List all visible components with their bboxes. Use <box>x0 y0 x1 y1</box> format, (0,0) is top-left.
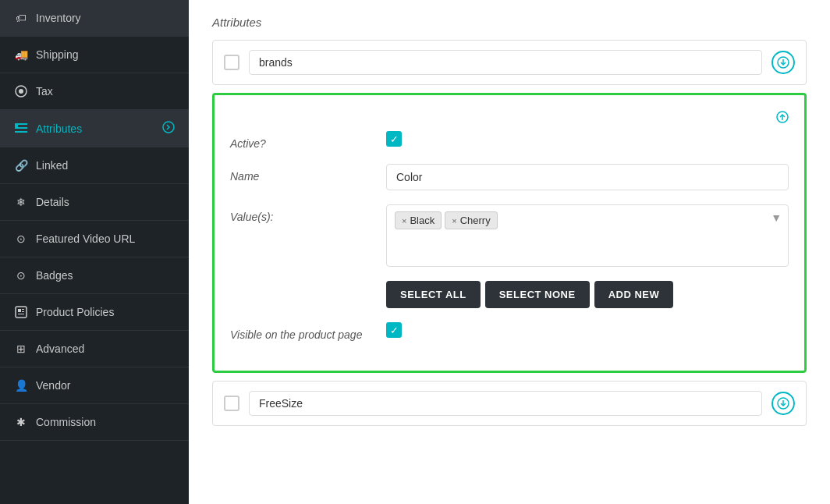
expanded-header <box>230 111 789 126</box>
svg-rect-2 <box>15 123 27 125</box>
sidebar-item-details[interactable]: ❄ Details <box>0 184 189 221</box>
sidebar-item-label: Advanced <box>36 343 175 355</box>
sidebar-item-tax[interactable]: Tax <box>0 73 189 110</box>
shipping-icon: 🚚 <box>14 48 28 62</box>
inventory-icon: 🏷 <box>14 11 28 25</box>
values-value: × Black × Cherry ▼ <box>386 204 789 267</box>
sidebar-item-attributes[interactable]: Attributes <box>0 110 189 147</box>
attributes-arrow-icon <box>162 121 175 136</box>
svg-rect-9 <box>22 309 24 310</box>
visible-value: ✓ <box>386 322 789 338</box>
sidebar-item-badges[interactable]: ⊙ Badges <box>0 257 189 294</box>
active-label: Active? <box>230 131 371 150</box>
sidebar-item-label: Inventory <box>36 12 175 24</box>
tag-cherry-remove[interactable]: × <box>452 216 456 225</box>
linked-icon: 🔗 <box>14 158 28 172</box>
active-checkbox[interactable]: ✓ <box>386 131 402 147</box>
sidebar-item-label: Details <box>36 196 175 208</box>
svg-rect-4 <box>15 131 27 133</box>
sidebar-item-product-policies[interactable]: Product Policies <box>0 294 189 331</box>
svg-point-1 <box>19 89 23 94</box>
svg-rect-10 <box>22 311 24 312</box>
sidebar-item-label: Tax <box>36 85 175 98</box>
brands-checkbox[interactable] <box>224 55 239 70</box>
commission-icon: ✱ <box>14 415 28 429</box>
sidebar-item-commission[interactable]: ✱ Commission <box>0 404 189 441</box>
color-upload-btn[interactable] <box>776 111 789 126</box>
freesize-checkbox[interactable] <box>224 396 239 411</box>
vendor-icon: 👤 <box>14 378 28 392</box>
sidebar-item-label: Attributes <box>36 122 154 135</box>
details-icon: ❄ <box>14 195 28 209</box>
main-content: Attributes Active? ✓ Name <box>189 0 830 504</box>
sidebar-item-shipping[interactable]: 🚚 Shipping <box>0 37 189 73</box>
sidebar-item-label: Product Policies <box>36 306 175 318</box>
sidebar-item-featured-video-url[interactable]: ⊙ Featured Video URL <box>0 221 189 257</box>
tag-black-label: Black <box>410 215 435 226</box>
select-none-button[interactable]: SELECT NONE <box>485 281 590 308</box>
visible-field: Visible on the product page ✓ <box>230 322 789 341</box>
values-tags-container: × Black × Cherry <box>395 211 780 229</box>
tax-icon <box>14 84 28 98</box>
freesize-download-btn[interactable] <box>771 392 795 415</box>
sidebar-item-linked[interactable]: 🔗 Linked <box>0 147 189 184</box>
badges-icon: ⊙ <box>14 268 28 282</box>
sidebar-item-label: Commission <box>36 416 175 428</box>
sidebar-item-inventory[interactable]: 🏷 Inventory <box>0 0 189 37</box>
values-field: Value(s): × Black × Cherry ▼ <box>230 204 789 267</box>
sidebar-item-label: Featured Video URL <box>36 232 175 245</box>
freesize-name-input[interactable] <box>249 391 762 416</box>
freesize-attribute-row <box>212 381 807 426</box>
name-field: Name <box>230 164 789 190</box>
visible-checkbox[interactable]: ✓ <box>386 322 402 338</box>
sidebar: 🏷 Inventory 🚚 Shipping Tax Attributes 🔗 … <box>0 0 189 504</box>
svg-rect-8 <box>18 309 21 312</box>
tag-cherry-label: Cherry <box>460 215 491 226</box>
featured-video-icon: ⊙ <box>14 232 28 246</box>
sidebar-item-advanced[interactable]: ⊞ Advanced <box>0 331 189 367</box>
values-label: Value(s): <box>230 204 371 223</box>
sidebar-item-label: Vendor <box>36 379 175 392</box>
advanced-icon: ⊞ <box>14 342 28 356</box>
values-multiselect[interactable]: × Black × Cherry ▼ <box>386 204 789 267</box>
action-buttons: SELECT ALL SELECT NONE ADD NEW <box>386 281 789 308</box>
sidebar-item-vendor[interactable]: 👤 Vendor <box>0 367 189 404</box>
active-field: Active? ✓ <box>230 131 789 150</box>
sidebar-item-label: Shipping <box>36 48 175 61</box>
section-title: Attributes <box>212 16 807 29</box>
sidebar-item-label: Badges <box>36 269 175 282</box>
brands-name-input[interactable] <box>249 50 762 75</box>
svg-rect-5 <box>15 125 18 127</box>
add-new-button[interactable]: ADD NEW <box>594 281 674 308</box>
brands-attribute-row <box>212 40 807 85</box>
attributes-icon <box>14 122 28 136</box>
color-attribute-expanded: Active? ✓ Name Value(s): × Black <box>212 93 807 373</box>
svg-rect-3 <box>15 127 27 129</box>
tag-black-remove[interactable]: × <box>402 216 406 225</box>
product-policies-icon <box>14 305 28 319</box>
brands-download-btn[interactable] <box>771 51 795 74</box>
tag-cherry: × Cherry <box>445 211 497 229</box>
name-value <box>386 164 789 190</box>
active-value: ✓ <box>386 131 789 147</box>
sidebar-item-label: Linked <box>36 159 175 172</box>
name-label: Name <box>230 164 371 183</box>
select-all-button[interactable]: SELECT ALL <box>386 281 481 308</box>
visible-label: Visible on the product page <box>230 322 371 341</box>
values-dropdown-arrow-icon[interactable]: ▼ <box>771 211 782 224</box>
tag-black: × Black <box>395 211 442 229</box>
name-input[interactable] <box>386 164 789 190</box>
svg-rect-11 <box>18 314 24 314</box>
